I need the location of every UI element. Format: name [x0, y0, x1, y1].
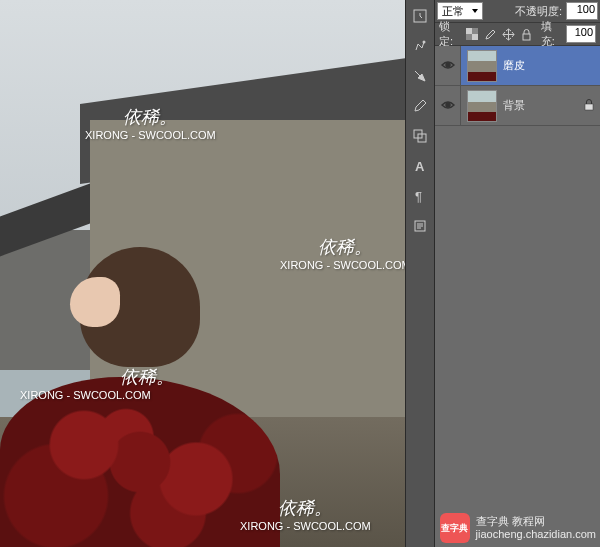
svg-text:¶: ¶ — [415, 189, 422, 204]
layer-visibility-toggle[interactable] — [435, 86, 461, 125]
fill-input[interactable]: 100 — [566, 25, 596, 43]
tool-presets-icon[interactable] — [409, 65, 431, 87]
fill-label: 填充: — [541, 19, 564, 49]
history-panel-icon[interactable] — [409, 5, 431, 27]
lock-label: 锁定: — [439, 19, 462, 49]
layer-name-label[interactable]: 背景 — [503, 98, 525, 113]
image-watermark-1: 依稀。 XIRONG - SWCOOL.COM — [85, 105, 216, 141]
eye-icon — [441, 60, 455, 72]
svg-rect-17 — [585, 104, 593, 110]
opacity-label: 不透明度: — [515, 4, 562, 19]
svg-point-16 — [446, 103, 450, 107]
layer-thumbnail[interactable] — [467, 50, 497, 82]
svg-point-15 — [446, 63, 450, 67]
layer-row[interactable]: 背景 — [435, 86, 600, 126]
layer-options-lock-row: 锁定: 填充: 100 — [435, 23, 600, 46]
layers-panel: 正常 不透明度: 100 锁定: 填充: 100 — [435, 0, 600, 547]
layer-visibility-toggle[interactable] — [435, 46, 461, 85]
paragraph-panel-icon[interactable]: ¶ — [409, 185, 431, 207]
lock-transparent-icon[interactable] — [465, 26, 481, 42]
lock-icon — [584, 99, 594, 113]
layers-list[interactable]: 磨皮 背景 — [435, 46, 600, 547]
layer-row[interactable]: 磨皮 — [435, 46, 600, 86]
lock-all-icon[interactable] — [519, 26, 535, 42]
layer-name-label[interactable]: 磨皮 — [503, 58, 525, 73]
clone-source-icon[interactable] — [409, 125, 431, 147]
layer-thumbnail[interactable] — [467, 90, 497, 122]
svg-rect-12 — [472, 28, 478, 34]
svg-rect-14 — [523, 34, 530, 40]
svg-point-1 — [423, 41, 426, 44]
opacity-input[interactable]: 100 — [566, 2, 598, 20]
canvas-document[interactable]: 依稀。 XIRONG - SWCOOL.COM 依稀。 XIRONG - SWC… — [0, 0, 405, 547]
notes-panel-icon[interactable] — [409, 215, 431, 237]
eye-icon — [441, 100, 455, 112]
image-watermark-4: 依稀。 XIRONG - SWCOOL.COM — [240, 496, 371, 532]
image-watermark-2: 依稀。 XIRONG - SWCOOL.COM — [280, 235, 405, 271]
brush-panel-icon[interactable] — [409, 95, 431, 117]
blend-mode-dropdown[interactable]: 正常 — [437, 2, 483, 20]
character-panel-icon[interactable]: A — [409, 155, 431, 177]
lock-position-icon[interactable] — [501, 26, 517, 42]
collapsed-panel-strip: A ¶ — [405, 0, 435, 547]
svg-rect-13 — [466, 34, 472, 40]
lock-pixels-icon[interactable] — [483, 26, 499, 42]
photo-content: 依稀。 XIRONG - SWCOOL.COM 依稀。 XIRONG - SWC… — [0, 0, 405, 547]
layer-options-top-row: 正常 不透明度: 100 — [435, 0, 600, 23]
svg-rect-10 — [466, 28, 472, 34]
svg-rect-11 — [472, 34, 478, 40]
svg-text:A: A — [415, 159, 425, 174]
actions-panel-icon[interactable] — [409, 35, 431, 57]
image-watermark-3: 依稀。 XIRONG - SWCOOL.COM — [20, 365, 174, 401]
